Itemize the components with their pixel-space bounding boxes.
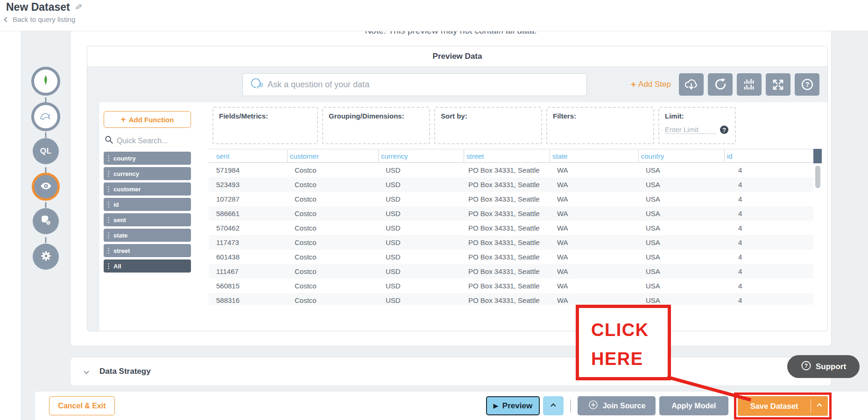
drag-handle-icon xyxy=(108,170,109,177)
table-cell: 117473 xyxy=(209,238,287,246)
field-chip-id[interactable]: id xyxy=(104,198,191,211)
field-chip-currency[interactable]: currency xyxy=(104,167,191,180)
field-list: countrycurrencycustomeridsentstatestreet… xyxy=(99,152,209,273)
column-header-id[interactable]: id xyxy=(724,149,813,162)
limit-help-icon[interactable]: ? xyxy=(720,126,728,134)
table-cell: Costco xyxy=(287,166,378,174)
step-rail: QL xyxy=(21,31,70,420)
help-icon[interactable]: ? xyxy=(795,73,819,96)
footer-action-bar: Cancel & Exit ▶ Preview Join Source Appl… xyxy=(35,391,868,420)
fields-metrics-dropzone[interactable]: Fields/Metrics: xyxy=(212,107,318,144)
search-icon xyxy=(105,135,113,146)
table-row[interactable]: 107287CostcoUSDPO Box 34331, SeattleWAUS… xyxy=(209,192,813,206)
table-cell: Costco xyxy=(287,195,378,203)
limit-input[interactable] xyxy=(665,126,716,134)
table-cell: PO Box 34331, Seattle xyxy=(464,166,550,174)
field-chip-street[interactable]: street xyxy=(104,244,191,257)
table-cell: Costco xyxy=(287,253,378,261)
step-mysql-source[interactable] xyxy=(31,102,60,131)
table-cell: USD xyxy=(378,195,464,203)
support-label: Support xyxy=(816,362,846,371)
filters-dropzone[interactable]: Filters: xyxy=(546,107,654,144)
stats-icon[interactable] xyxy=(737,73,762,96)
save-options-caret[interactable] xyxy=(811,404,828,408)
chevron-down-icon xyxy=(84,369,89,374)
drag-handle-icon xyxy=(108,247,109,254)
column-header-customer[interactable]: customer xyxy=(287,149,378,162)
data-strategy-section[interactable]: Data Strategy xyxy=(70,357,832,386)
cancel-exit-button[interactable]: Cancel & Exit xyxy=(49,396,115,415)
drag-handle-icon xyxy=(108,186,109,192)
cloud-download-icon[interactable] xyxy=(679,73,704,96)
table-row[interactable]: 601438CostcoUSDPO Box 34331, SeattleWAUS… xyxy=(209,250,813,264)
table-row[interactable]: 117473CostcoUSDPO Box 34331, SeattleWAUS… xyxy=(209,235,813,250)
table-row[interactable]: 588316CostcoUSDPO Box 34331, SeattleWAUS… xyxy=(209,293,813,305)
add-step-button[interactable]: + Add Step xyxy=(631,79,671,90)
card-content: + Add Function countrycurrencycustomerid… xyxy=(87,102,827,331)
table-cell: 111467 xyxy=(209,267,287,275)
ask-question-input-wrap xyxy=(242,73,587,96)
table-row[interactable]: 523493CostcoUSDPO Box 34331, SeattleWAUS… xyxy=(209,177,813,192)
table-cell: 586661 xyxy=(209,210,287,217)
expand-icon[interactable] xyxy=(766,73,790,96)
back-to-query-listing-link[interactable]: Back to query listing xyxy=(5,15,75,23)
step-settings[interactable] xyxy=(33,244,59,270)
apply-model-button[interactable]: Apply Model xyxy=(659,396,728,415)
table-cell: 571984 xyxy=(209,166,287,174)
table-cell: PO Box 34331, Seattle xyxy=(464,195,550,203)
step-preview-active[interactable] xyxy=(32,173,60,201)
edit-pencil-icon[interactable]: ✎ xyxy=(74,1,83,13)
table-row[interactable]: 570462CostcoUSDPO Box 34331, SeattleWAUS… xyxy=(209,221,813,235)
save-dataset-highlight: Save Dataset xyxy=(734,392,832,420)
step-connector xyxy=(45,132,47,138)
table-cell: 4 xyxy=(724,253,813,261)
field-chip-all[interactable]: All xyxy=(104,259,191,273)
svg-text:?: ? xyxy=(805,81,809,88)
refresh-icon[interactable] xyxy=(708,73,733,96)
join-source-button[interactable]: Join Source xyxy=(578,396,656,415)
table-cell: 4 xyxy=(724,224,813,232)
click-here-annotation: CLICK HERE xyxy=(576,305,671,380)
scrollbar-thumb[interactable] xyxy=(815,166,820,188)
step-mongodb-source[interactable] xyxy=(31,67,60,96)
table-row[interactable]: 586661CostcoUSDPO Box 34331, SeattleWAUS… xyxy=(209,206,813,221)
table-row[interactable]: 571984CostcoUSDPO Box 34331, SeattleWAUS… xyxy=(209,163,813,177)
support-button[interactable]: ? Support xyxy=(787,355,860,378)
table-row[interactable]: 111467CostcoUSDPO Box 34331, SeattleWAUS… xyxy=(209,264,813,279)
step-dataset-storage[interactable] xyxy=(33,208,59,234)
column-header-sent[interactable]: sent xyxy=(209,149,287,162)
table-row[interactable]: 560815CostcoUSDPO Box 34331, SeattleWAUS… xyxy=(209,279,813,293)
add-function-button[interactable]: + Add Function xyxy=(104,111,191,128)
table-cell: WA xyxy=(550,181,638,189)
sort-by-dropzone[interactable]: Sort by: xyxy=(434,107,542,144)
column-header-street[interactable]: street xyxy=(464,149,550,162)
table-cell: 4 xyxy=(724,166,813,174)
field-chip-state[interactable]: state xyxy=(104,229,191,242)
table-cell: USD xyxy=(378,267,464,275)
field-chip-sent[interactable]: sent xyxy=(104,213,191,226)
plus-icon: + xyxy=(121,114,126,125)
ask-question-input[interactable] xyxy=(268,80,581,90)
table-cell: Costco xyxy=(287,282,378,290)
table-cell: USD xyxy=(378,296,464,304)
save-dataset-button[interactable]: Save Dataset xyxy=(738,396,828,416)
drag-handle-icon xyxy=(108,155,109,161)
column-header-country[interactable]: country xyxy=(638,149,724,162)
step-query-language[interactable]: QL xyxy=(33,138,59,164)
column-header-state[interactable]: state xyxy=(550,149,638,162)
function-panel: + Add Function countrycurrencycustomerid… xyxy=(99,102,209,331)
column-header-currency[interactable]: currency xyxy=(378,149,464,162)
natural-language-icon xyxy=(248,77,264,92)
table-cell: USA xyxy=(638,181,724,189)
field-chip-customer[interactable]: customer xyxy=(104,182,191,196)
table-cell: Costco xyxy=(287,238,378,246)
table-cell: USA xyxy=(638,267,724,275)
ql-label: QL xyxy=(40,147,52,156)
quick-search-input[interactable] xyxy=(117,137,187,145)
field-chip-country[interactable]: country xyxy=(104,152,191,165)
preview-button[interactable]: ▶ Preview xyxy=(486,396,540,415)
grouping-dimensions-dropzone[interactable]: Grouping/Dimensions: xyxy=(322,107,430,144)
preview-options-caret[interactable] xyxy=(543,396,564,415)
table-cell: WA xyxy=(550,224,638,232)
preview-data-title: Preview Data xyxy=(87,46,827,67)
